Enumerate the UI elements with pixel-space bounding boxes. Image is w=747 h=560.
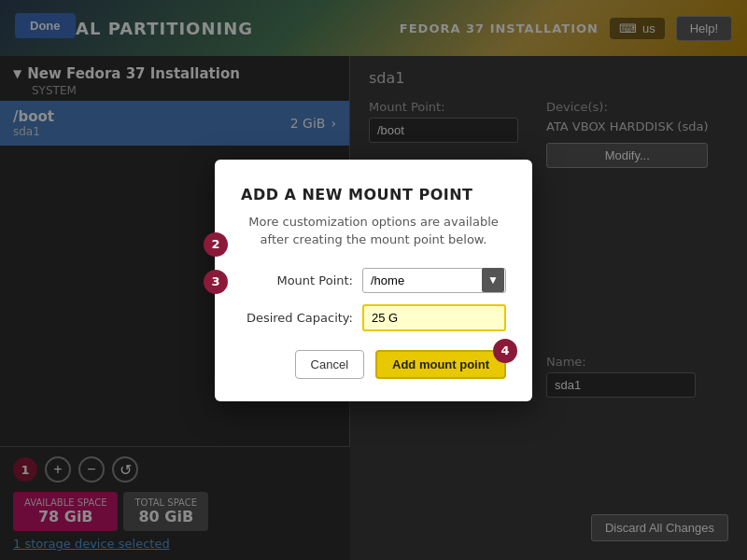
dialog-capacity-wrapper [362,304,506,331]
dialog-buttons: Cancel 4 Add mount point [241,350,506,379]
dialog-mount-point-wrapper: ▼ [362,268,506,293]
cancel-button[interactable]: Cancel [295,350,364,379]
dialog-subtitle: More customization options are available… [241,213,506,249]
dialog-title: ADD A NEW MOUNT POINT [241,186,506,203]
step-3-badge: 3 [204,270,228,294]
dialog-capacity-label: Desired Capacity: [241,311,353,325]
dialog-mount-point-label: Mount Point: [241,273,353,287]
dialog-overlay: ADD A NEW MOUNT POINT More customization… [0,0,747,560]
step-2-badge: 2 [204,232,228,257]
mount-point-dropdown-button[interactable]: ▼ [482,268,504,292]
dialog-capacity-row: Desired Capacity: [241,304,506,331]
dialog-mount-point-row: Mount Point: ▼ [241,268,506,293]
step-4-badge: 4 [493,339,517,363]
add-mount-point-button[interactable]: Add mount point [375,350,506,379]
dialog-capacity-input[interactable] [362,304,506,331]
add-mount-point-dialog: ADD A NEW MOUNT POINT More customization… [215,160,532,401]
